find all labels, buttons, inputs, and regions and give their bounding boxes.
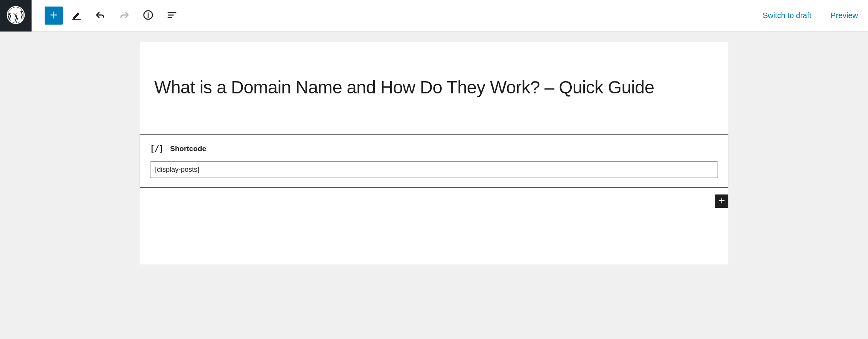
shortcode-icon: [/] (150, 142, 163, 155)
switch-to-draft-button[interactable]: Switch to draft (759, 8, 815, 23)
redo-icon (119, 9, 130, 22)
add-block-button[interactable] (45, 7, 63, 25)
toolbar-left (32, 6, 182, 26)
pencil-icon (71, 9, 82, 22)
details-button[interactable] (138, 6, 158, 26)
undo-icon (95, 9, 106, 22)
editor-area: What is a Domain Name and How Do They Wo… (0, 32, 868, 264)
shortcode-header: [/] Shortcode (150, 142, 718, 155)
editor-top-bar: Switch to draft Preview (0, 0, 868, 32)
outline-button[interactable] (162, 6, 182, 26)
toolbar-right: Switch to draft Preview (759, 8, 868, 23)
redo-button[interactable] (114, 6, 134, 26)
svg-point-2 (147, 12, 149, 14)
tools-button[interactable] (67, 6, 87, 26)
add-block-inline-button[interactable] (715, 194, 728, 208)
editor-canvas: What is a Domain Name and How Do They Wo… (140, 42, 728, 264)
wordpress-logo-button[interactable] (0, 0, 32, 32)
undo-button[interactable] (90, 6, 110, 26)
wordpress-icon (7, 6, 25, 26)
post-title[interactable]: What is a Domain Name and How Do They Wo… (140, 42, 728, 98)
plus-icon (718, 196, 726, 206)
shortcode-block[interactable]: [/] Shortcode (140, 134, 728, 188)
list-view-icon (166, 9, 178, 22)
info-icon (142, 9, 154, 22)
shortcode-label: Shortcode (170, 145, 206, 153)
shortcode-input[interactable] (150, 161, 718, 178)
preview-button[interactable]: Preview (827, 8, 862, 23)
plus-icon (48, 10, 59, 22)
